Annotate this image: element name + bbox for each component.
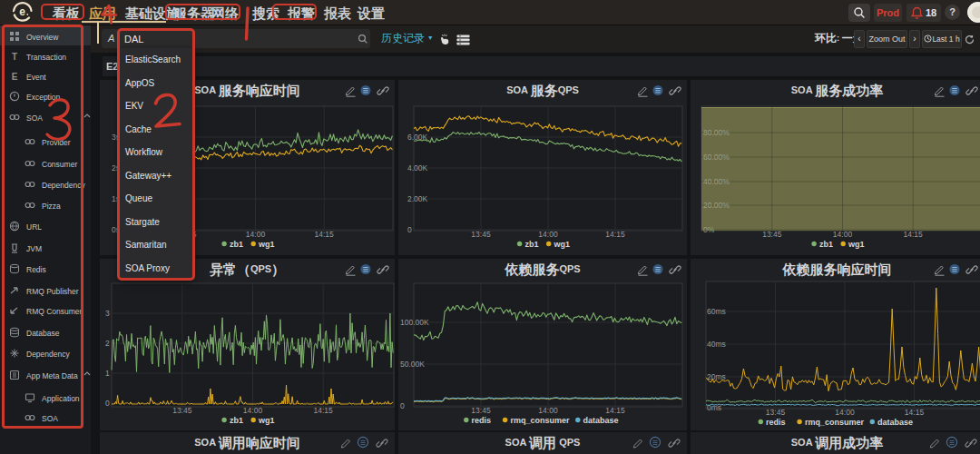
svg-text:0: 0	[407, 225, 412, 234]
svg-text:3: 3	[105, 309, 110, 318]
svg-text:14:15: 14:15	[905, 408, 925, 417]
svg-text:20.00%: 20.00%	[703, 201, 730, 210]
svg-text:14:15: 14:15	[605, 406, 625, 415]
svg-text:wg1: wg1	[848, 240, 865, 249]
svg-text:13:45: 13:45	[471, 230, 491, 239]
svg-text:80.00%: 80.00%	[703, 128, 730, 137]
svg-text:4.00K: 4.00K	[407, 163, 428, 173]
svg-text:14:00: 14:00	[538, 406, 558, 415]
svg-text:wg1: wg1	[554, 240, 571, 249]
svg-text:13:45: 13:45	[172, 406, 192, 415]
svg-text:database: database	[583, 416, 619, 425]
svg-text:50.00K: 50.00K	[400, 360, 425, 369]
svg-text:redis: redis	[472, 416, 492, 425]
svg-text:zb1: zb1	[524, 240, 538, 249]
svg-text:zb1: zb1	[230, 416, 243, 425]
svg-text:13:45: 13:45	[766, 408, 786, 417]
svg-text:14:15: 14:15	[904, 230, 924, 239]
svg-text:14:00: 14:00	[833, 230, 853, 239]
svg-text:14:00: 14:00	[246, 230, 266, 239]
svg-text:13:45: 13:45	[762, 230, 782, 239]
svg-text:14:15: 14:15	[315, 230, 335, 239]
svg-text:14:15: 14:15	[314, 406, 334, 415]
svg-text:2.00K: 2.00K	[407, 194, 428, 203]
svg-text:rmq_consumer: rmq_consumer	[510, 416, 570, 425]
svg-text:database: database	[877, 418, 913, 427]
svg-text:rmq_consumer: rmq_consumer	[805, 418, 865, 427]
svg-text:e: e	[19, 5, 25, 18]
svg-text:2: 2	[105, 339, 110, 348]
svg-text:0%: 0%	[703, 225, 715, 234]
svg-text:60.00%: 60.00%	[703, 153, 730, 162]
svg-text:14:00: 14:00	[835, 408, 855, 417]
svg-text:40ms: 40ms	[707, 340, 726, 349]
svg-text:wg1: wg1	[258, 240, 275, 249]
svg-text:1: 1	[105, 369, 110, 378]
svg-text:0: 0	[400, 401, 405, 410]
svg-text:wg1: wg1	[258, 416, 275, 425]
svg-text:14:00: 14:00	[538, 230, 558, 239]
svg-text:redis: redis	[766, 418, 786, 427]
svg-text:13:45: 13:45	[471, 406, 491, 415]
svg-text:zb1: zb1	[230, 240, 243, 249]
svg-text:100.00K: 100.00K	[400, 318, 429, 327]
svg-text:zb1: zb1	[819, 240, 833, 249]
svg-text:40.00%: 40.00%	[703, 177, 730, 186]
svg-text:0: 0	[105, 399, 110, 408]
svg-text:60ms: 60ms	[707, 307, 726, 316]
svg-text:14:15: 14:15	[605, 230, 625, 239]
svg-text:14:00: 14:00	[243, 406, 263, 415]
